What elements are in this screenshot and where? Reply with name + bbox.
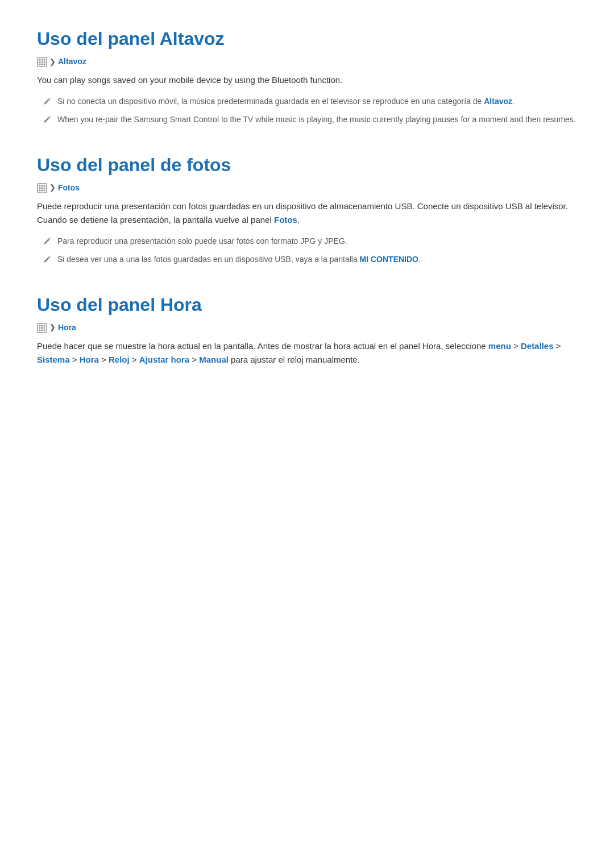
link-reloj[interactable]: Reloj bbox=[109, 355, 130, 364]
link-altavoz[interactable]: Altavoz bbox=[484, 97, 512, 106]
pencil-icon bbox=[43, 236, 52, 246]
home-icon bbox=[37, 183, 47, 193]
note-item: Si no conecta un dispositivo móvil, la m… bbox=[43, 95, 577, 107]
section-intro-hora: Puede hacer que se muestre la hora actua… bbox=[37, 339, 577, 367]
svg-rect-27 bbox=[44, 187, 45, 189]
home-icon bbox=[37, 323, 47, 333]
svg-rect-13 bbox=[42, 59, 43, 61]
link-sistema[interactable]: Sistema bbox=[37, 355, 70, 364]
svg-rect-16 bbox=[42, 61, 43, 63]
breadcrumb-chevron: ❯ bbox=[49, 57, 56, 66]
svg-rect-18 bbox=[39, 64, 41, 65]
home-icon bbox=[37, 57, 47, 67]
section-title-altavoz: Uso del panel Altavoz bbox=[37, 28, 577, 49]
svg-rect-33 bbox=[42, 325, 43, 326]
svg-rect-25 bbox=[39, 187, 41, 189]
note-item: Para reproducir una presentación solo pu… bbox=[43, 235, 577, 247]
link-mi-contenido[interactable]: MI CONTENIDO bbox=[360, 255, 418, 264]
breadcrumb-chevron: ❯ bbox=[49, 323, 56, 331]
note-text: Si desea ver una a una las fotos guardad… bbox=[57, 253, 421, 265]
svg-rect-29 bbox=[42, 189, 43, 191]
section-title-fotos: Uso del panel de fotos bbox=[37, 155, 577, 176]
section-title-hora: Uso del panel Hora bbox=[37, 294, 577, 315]
link-ajustar-hora[interactable]: Ajustar hora bbox=[139, 355, 189, 364]
svg-rect-36 bbox=[42, 327, 43, 329]
link-hora[interactable]: Hora bbox=[80, 355, 99, 364]
svg-rect-37 bbox=[44, 327, 45, 329]
section-altavoz: Uso del panel Altavoz ❯ Altavoz You can … bbox=[37, 28, 577, 126]
svg-rect-28 bbox=[39, 189, 41, 191]
note-list-altavoz: Si no conecta un dispositivo móvil, la m… bbox=[43, 95, 577, 126]
note-item: When you re-pair the Samsung Smart Contr… bbox=[43, 113, 577, 126]
note-item: Si desea ver una a una las fotos guardad… bbox=[43, 253, 577, 265]
link-manual[interactable]: Manual bbox=[199, 355, 229, 364]
svg-rect-32 bbox=[39, 325, 41, 326]
note-text: When you re-pair the Samsung Smart Contr… bbox=[57, 113, 576, 126]
section-hora: Uso del panel Hora ❯ Hora Puede hacer qu… bbox=[37, 294, 577, 367]
breadcrumb-chevron: ❯ bbox=[49, 183, 56, 192]
breadcrumb-fotos: ❯ Fotos bbox=[37, 182, 577, 193]
svg-rect-38 bbox=[39, 329, 41, 331]
note-text: Para reproducir una presentación solo pu… bbox=[57, 235, 347, 247]
svg-rect-12 bbox=[39, 59, 41, 61]
breadcrumb-link-altavoz[interactable]: Altavoz bbox=[58, 57, 86, 66]
section-intro-altavoz: You can play songs saved on your mobile … bbox=[37, 73, 577, 87]
pencil-icon bbox=[43, 115, 52, 124]
breadcrumb-hora: ❯ Hora bbox=[37, 322, 577, 333]
note-list-fotos: Para reproducir una presentación solo pu… bbox=[43, 235, 577, 266]
svg-rect-34 bbox=[44, 325, 45, 326]
link-detalles[interactable]: Detalles bbox=[521, 341, 554, 351]
svg-rect-35 bbox=[39, 327, 41, 329]
breadcrumb-altavoz: ❯ Altavoz bbox=[37, 56, 577, 67]
pencil-icon bbox=[43, 97, 52, 106]
breadcrumb-link-hora[interactable]: Hora bbox=[58, 323, 76, 332]
svg-rect-40 bbox=[44, 329, 45, 331]
pencil-icon bbox=[43, 255, 52, 264]
link-fotos[interactable]: Fotos bbox=[274, 215, 297, 225]
note-text: Si no conecta un dispositivo móvil, la m… bbox=[57, 95, 515, 107]
svg-rect-22 bbox=[39, 185, 41, 186]
breadcrumb-link-fotos[interactable]: Fotos bbox=[58, 183, 80, 192]
link-menu[interactable]: menu bbox=[488, 341, 511, 351]
svg-rect-17 bbox=[44, 61, 45, 63]
svg-rect-30 bbox=[44, 189, 45, 191]
svg-rect-14 bbox=[44, 59, 45, 61]
svg-rect-23 bbox=[42, 185, 43, 186]
section-intro-fotos: Puede reproducir una presentación con fo… bbox=[37, 200, 577, 227]
svg-rect-39 bbox=[42, 329, 43, 331]
svg-rect-24 bbox=[44, 185, 45, 186]
svg-rect-26 bbox=[42, 187, 43, 189]
svg-rect-20 bbox=[44, 64, 45, 65]
svg-rect-19 bbox=[42, 64, 43, 65]
svg-rect-15 bbox=[39, 61, 41, 63]
section-fotos: Uso del panel de fotos ❯ Fotos Puede rep… bbox=[37, 155, 577, 266]
